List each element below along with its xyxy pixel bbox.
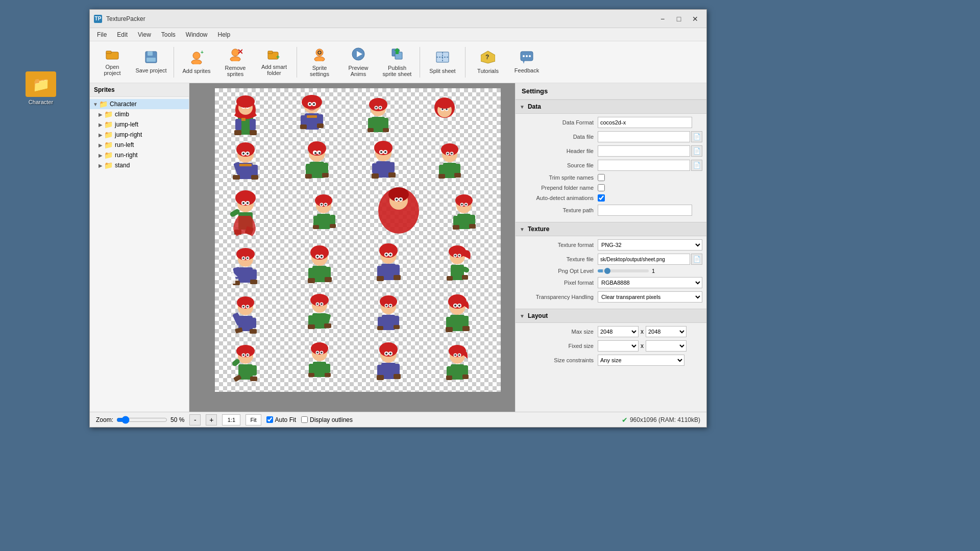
- svg-point-97: [314, 152, 316, 154]
- tree-item-run-right[interactable]: ▶ 📁 run-right: [90, 150, 189, 160]
- texture-format-select[interactable]: PNG-32 PNG-8 JPEG: [598, 239, 702, 251]
- menu-view[interactable]: View: [133, 30, 156, 40]
- close-button[interactable]: ✕: [688, 13, 702, 24]
- texture-file-input[interactable]: [598, 254, 690, 265]
- max-size-h-select[interactable]: 2048 1024 4096: [646, 326, 687, 337]
- svg-rect-152: [453, 216, 459, 226]
- texture-path-input[interactable]: [598, 205, 692, 216]
- max-size-w-select[interactable]: 2048 1024 4096: [598, 326, 639, 337]
- svg-rect-241: [463, 316, 469, 327]
- auto-fit-checkbox[interactable]: [266, 416, 273, 423]
- fixed-size-h-select[interactable]: [646, 340, 687, 352]
- svg-rect-265: [325, 373, 331, 377]
- zoom-slider[interactable]: [116, 416, 167, 424]
- trim-sprites-checkbox[interactable]: [598, 174, 605, 181]
- display-outlines-checkbox[interactable]: [301, 416, 308, 423]
- minimize-button[interactable]: −: [655, 13, 670, 24]
- open-project-button[interactable]: Open project: [94, 44, 131, 80]
- remove-sprites-button[interactable]: Remove sprites: [217, 44, 254, 80]
- tree-label-run-right: run-right: [115, 152, 138, 159]
- png-opt-value: 1: [652, 268, 662, 274]
- feedback-button[interactable]: Feedback: [508, 44, 545, 80]
- maximize-button[interactable]: □: [672, 13, 686, 24]
- svg-rect-287: [462, 374, 469, 379]
- add-smart-folder-button[interactable]: + Add smart folder: [256, 44, 292, 80]
- zoom-1to1-button[interactable]: 1:1: [222, 414, 240, 425]
- split-sheet-button[interactable]: Split sheet: [424, 44, 461, 80]
- data-section-header[interactable]: ▼ Data: [516, 99, 706, 114]
- tree-item-run-left[interactable]: ▶ 📁 run-left: [90, 140, 189, 150]
- svg-rect-91: [306, 164, 311, 175]
- tree-item-climb[interactable]: ▶ 📁 climb: [90, 109, 189, 119]
- zoom-plus-button[interactable]: +: [206, 414, 217, 425]
- save-project-button[interactable]: Save project: [133, 44, 169, 80]
- texture-section-header[interactable]: ▼ Texture: [516, 222, 706, 236]
- sidebar: Sprites ▼ 📁 Character ▶ 📁 climb ▶ 📁 jump…: [90, 83, 189, 412]
- pixel-format-select[interactable]: RGBA8888 RGB888 RGBA4444: [598, 277, 702, 288]
- svg-rect-90: [310, 162, 324, 178]
- svg-rect-242: [446, 327, 453, 332]
- header-file-label: Header file: [520, 148, 594, 154]
- svg-rect-221: [324, 323, 331, 328]
- data-file-browse[interactable]: 📄: [691, 131, 702, 142]
- menu-edit[interactable]: Edit: [112, 30, 133, 40]
- zoom-fit-button[interactable]: Fit: [246, 414, 261, 425]
- svg-point-86: [247, 153, 249, 155]
- svg-rect-135: [330, 215, 335, 225]
- menu-help[interactable]: Help: [213, 30, 236, 40]
- svg-rect-229: [378, 317, 383, 327]
- tree-label-climb: climb: [115, 111, 129, 118]
- data-file-input[interactable]: [598, 131, 690, 142]
- svg-point-150: [455, 194, 473, 207]
- fixed-size-w-select[interactable]: [598, 340, 639, 352]
- source-file-input[interactable]: [598, 160, 690, 171]
- max-size-x-label: x: [641, 328, 644, 335]
- header-file-browse[interactable]: 📄: [691, 145, 702, 157]
- canvas-area[interactable]: [189, 83, 515, 412]
- svg-point-224: [316, 303, 318, 305]
- layout-section-arrow: ▼: [520, 313, 525, 319]
- tree-item-jump-left[interactable]: ▶ 📁 jump-left: [90, 119, 189, 130]
- svg-rect-286: [446, 375, 452, 380]
- tutorials-button[interactable]: ? Tutorials: [470, 44, 506, 80]
- add-sprites-button[interactable]: + Add sprites: [178, 44, 215, 80]
- svg-rect-61: [368, 118, 373, 129]
- texture-file-browse[interactable]: 📄: [691, 254, 702, 265]
- sprite-sheet-svg: [215, 88, 501, 392]
- menu-tools[interactable]: Tools: [156, 30, 181, 40]
- tree-item-stand[interactable]: ▶ 📁 stand: [90, 160, 189, 170]
- data-format-input[interactable]: [598, 117, 692, 128]
- header-file-input[interactable]: [598, 145, 690, 157]
- display-outlines-label: Display outlines: [310, 416, 353, 423]
- svg-rect-136: [313, 225, 319, 229]
- menu-window[interactable]: Window: [181, 30, 213, 40]
- sprite-settings-button[interactable]: Sprite settings: [301, 44, 338, 80]
- sprite-sheet[interactable]: [215, 88, 501, 392]
- svg-rect-176: [325, 267, 331, 278]
- svg-point-169: [242, 257, 244, 259]
- svg-rect-273: [377, 365, 383, 376]
- sprite-settings-icon: [312, 47, 327, 63]
- svg-rect-178: [325, 277, 332, 282]
- size-constraints-select[interactable]: Any size Power of 2: [598, 355, 684, 366]
- transparency-select[interactable]: Clear transparent pixels Keep transparen…: [598, 291, 702, 303]
- texture-file-row: Texture file 📄: [520, 254, 702, 265]
- desktop-character-icon[interactable]: 📁 Character: [26, 71, 56, 105]
- menu-file[interactable]: File: [92, 30, 112, 40]
- svg-rect-50: [317, 114, 323, 124]
- auto-detect-checkbox[interactable]: [598, 194, 605, 202]
- svg-rect-64: [383, 128, 389, 132]
- png-opt-slider[interactable]: [598, 269, 649, 272]
- svg-rect-232: [394, 325, 400, 329]
- zoom-minus-button[interactable]: -: [189, 414, 201, 425]
- preview-anims-button[interactable]: Preview Anims: [340, 44, 377, 80]
- tree-item-jump-right[interactable]: ▶ 📁 jump-right: [90, 130, 189, 140]
- prepend-folder-checkbox[interactable]: [598, 184, 605, 191]
- layout-section-header[interactable]: ▼ Layout: [516, 309, 706, 323]
- svg-point-170: [247, 257, 249, 259]
- tree-arrow-jump-right: ▶: [97, 132, 104, 138]
- tree-item-character[interactable]: ▼ 📁 Character: [90, 99, 189, 109]
- feedback-icon: [520, 51, 534, 66]
- source-file-browse[interactable]: 📄: [691, 160, 702, 171]
- publish-sprite-sheet-button[interactable]: Publish sprite sheet: [379, 44, 415, 80]
